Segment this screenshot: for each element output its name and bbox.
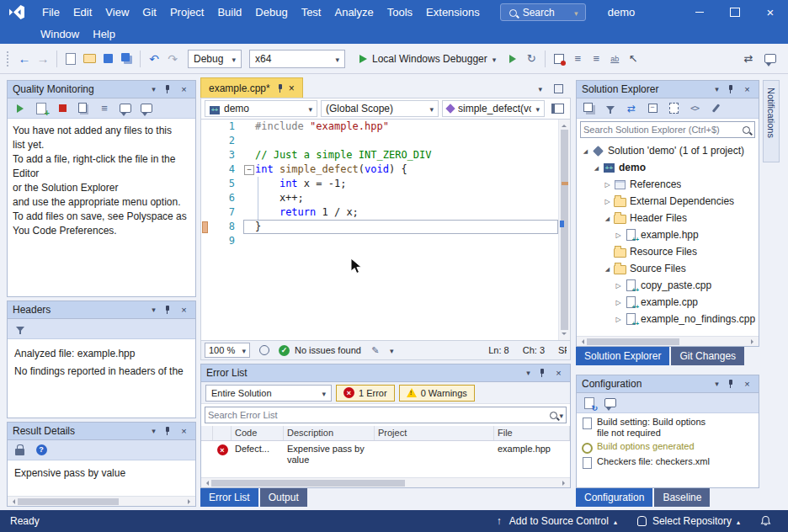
menu-help[interactable]: Help bbox=[86, 26, 122, 42]
menu-test[interactable]: Test bbox=[295, 4, 328, 20]
editor-vertical-scrollbar[interactable] bbox=[558, 120, 570, 340]
pin-icon[interactable] bbox=[162, 304, 175, 317]
pin-icon[interactable] bbox=[162, 83, 175, 96]
menu-build[interactable]: Build bbox=[210, 4, 248, 20]
sync-with-active-document-icon[interactable] bbox=[622, 99, 641, 118]
code-editor[interactable]: 1#include "example.hpp"23// Just a simpl… bbox=[200, 120, 571, 340]
search-icon[interactable] bbox=[548, 410, 559, 421]
minimize-button[interactable] bbox=[682, 0, 717, 24]
warnings-filter-button[interactable]: 0 Warnings bbox=[399, 385, 475, 402]
code-line[interactable]: 2 bbox=[201, 134, 558, 148]
tree-item-example-hpp[interactable]: example.hpp bbox=[577, 226, 759, 243]
configuration-header[interactable]: Configuration bbox=[577, 375, 759, 393]
window-position-icon[interactable] bbox=[147, 304, 160, 317]
save-icon[interactable] bbox=[98, 50, 117, 68]
code-cleanup-caret-icon[interactable] bbox=[390, 345, 394, 355]
tab-solution-explorer[interactable]: Solution Explorer bbox=[576, 347, 669, 365]
copy-file-list-icon[interactable] bbox=[74, 99, 93, 118]
column-header-severity[interactable] bbox=[213, 426, 232, 440]
messages-icon[interactable] bbox=[601, 394, 620, 412]
error-row[interactable]: Defect...Expensive pass by valueexample.… bbox=[201, 441, 570, 468]
column-header-severity-spacer[interactable] bbox=[201, 426, 213, 440]
menu-file[interactable]: File bbox=[35, 4, 67, 20]
tab-baseline[interactable]: Baseline bbox=[654, 488, 710, 507]
pin-icon[interactable] bbox=[162, 425, 175, 438]
tree-item-resource-files[interactable]: Resource Files bbox=[577, 243, 759, 260]
code-line[interactable]: 4int simple_defect(void) { bbox=[201, 162, 558, 177]
tree-expander-icon[interactable] bbox=[613, 231, 624, 239]
tab-configuration[interactable]: Configuration bbox=[576, 488, 652, 507]
open-file-icon[interactable] bbox=[80, 50, 98, 68]
tree-item-example-cpp[interactable]: example.cpp bbox=[577, 294, 759, 311]
run-analysis-icon[interactable] bbox=[11, 99, 29, 118]
add-current-file-icon[interactable] bbox=[32, 99, 51, 118]
close-icon[interactable] bbox=[552, 367, 565, 380]
pointer-mode-icon[interactable] bbox=[624, 50, 642, 68]
tree-item-references[interactable]: References bbox=[577, 176, 759, 193]
code-line[interactable]: 9 bbox=[201, 234, 558, 248]
fold-collapse-icon[interactable] bbox=[243, 162, 255, 177]
tree-expander-icon[interactable] bbox=[602, 181, 613, 189]
tab-example-cpp[interactable]: example.cpp* bbox=[200, 77, 303, 98]
headers-header[interactable]: Headers bbox=[8, 301, 195, 319]
tree-expander-icon[interactable] bbox=[613, 299, 624, 306]
tree-expander-icon[interactable] bbox=[602, 215, 613, 222]
live-share-icon[interactable] bbox=[739, 50, 758, 68]
start-debugging-button[interactable]: Local Windows Debugger bbox=[353, 49, 503, 69]
split-window-icon[interactable] bbox=[548, 99, 567, 118]
health-indicator-icon[interactable] bbox=[255, 341, 274, 359]
tree-item-source-files[interactable]: Source Files bbox=[577, 260, 759, 277]
tree-expander-icon[interactable] bbox=[580, 147, 591, 155]
lock-icon[interactable] bbox=[11, 441, 29, 460]
tree-item-header-files[interactable]: Header Files bbox=[577, 210, 759, 226]
menu-tools[interactable]: Tools bbox=[381, 4, 419, 20]
window-position-icon[interactable] bbox=[711, 378, 723, 391]
tab-output[interactable]: Output bbox=[260, 488, 307, 507]
notifications-bell-button[interactable] bbox=[753, 515, 778, 527]
error-scope-select[interactable]: Entire Solution bbox=[205, 385, 332, 402]
menu-git[interactable]: Git bbox=[136, 4, 163, 20]
tree-item-demo[interactable]: demo bbox=[577, 159, 759, 176]
tree-expander-icon[interactable] bbox=[602, 265, 613, 273]
pin-icon[interactable] bbox=[726, 378, 738, 391]
window-position-icon[interactable] bbox=[522, 367, 535, 380]
menu-view[interactable]: View bbox=[98, 4, 136, 20]
close-icon[interactable] bbox=[178, 83, 190, 96]
code-line[interactable]: 5 int x = -1; bbox=[201, 177, 558, 191]
save-all-icon[interactable] bbox=[117, 50, 136, 68]
maximize-button[interactable] bbox=[717, 0, 753, 24]
menu-debug[interactable]: Debug bbox=[248, 4, 294, 20]
tree-item-copy-paste-cpp[interactable]: copy_paste.cpp bbox=[577, 277, 759, 294]
solution-explorer-search-input[interactable] bbox=[583, 125, 741, 135]
generate-options-icon[interactable] bbox=[580, 394, 599, 412]
quality-monitoring-header[interactable]: Quality Monitoring bbox=[8, 81, 195, 98]
column-header-file[interactable]: File bbox=[494, 426, 570, 440]
error-list-header[interactable]: Error List bbox=[201, 364, 570, 382]
refresh-messages-icon[interactable] bbox=[137, 99, 156, 118]
close-icon[interactable] bbox=[741, 378, 753, 391]
immediate-window-icon[interactable] bbox=[568, 50, 587, 68]
tree-item-external-dependencies[interactable]: External Dependencies bbox=[577, 193, 759, 210]
filter-solution-icon[interactable] bbox=[601, 99, 620, 118]
close-icon[interactable] bbox=[741, 83, 753, 96]
collapse-all-icon[interactable] bbox=[643, 99, 662, 118]
tab-error-list[interactable]: Error List bbox=[200, 488, 258, 507]
navigate-backward-icon[interactable] bbox=[15, 50, 34, 68]
window-position-icon[interactable] bbox=[147, 425, 160, 438]
select-repository-button[interactable]: Select Repository bbox=[631, 515, 747, 527]
navigate-forward-icon[interactable] bbox=[34, 50, 52, 68]
zoom-selector[interactable]: 100 % bbox=[205, 343, 250, 358]
tree-item-example-no-findings-cpp[interactable]: example_no_findings.cpp bbox=[577, 311, 759, 327]
breakpoints-window-icon[interactable] bbox=[550, 50, 568, 68]
result-details-header[interactable]: Result Details bbox=[8, 423, 195, 440]
column-header-project[interactable]: Project bbox=[375, 426, 494, 440]
search-icon[interactable] bbox=[741, 125, 752, 136]
solution-configuration-select[interactable]: Debug bbox=[188, 50, 242, 68]
errors-filter-button[interactable]: 1 Error bbox=[336, 385, 395, 402]
code-line[interactable]: 6 x++; bbox=[201, 191, 558, 205]
error-list-hscrollbar[interactable] bbox=[201, 477, 570, 487]
code-line[interactable]: 7 return 1 / x; bbox=[201, 205, 558, 220]
tab-list-dropdown-icon[interactable] bbox=[538, 82, 542, 94]
document-options-icon[interactable] bbox=[549, 79, 567, 98]
result-details-hscrollbar[interactable] bbox=[8, 496, 195, 506]
